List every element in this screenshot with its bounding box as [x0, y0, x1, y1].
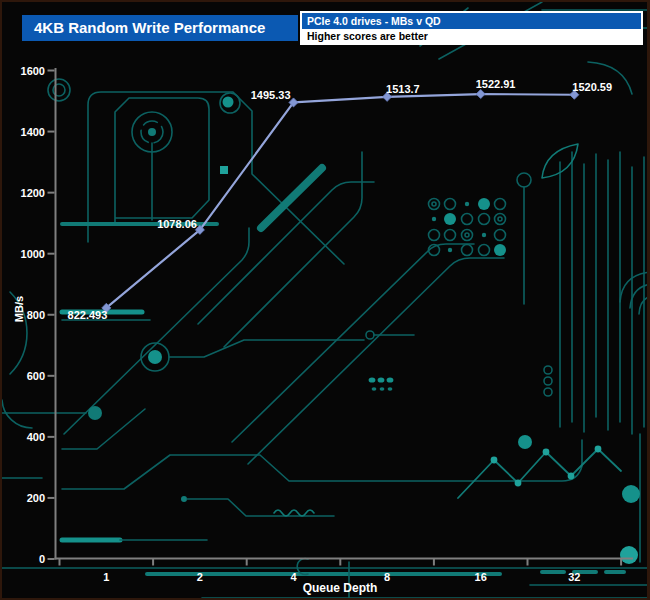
- series-line: [106, 94, 574, 308]
- data-point-label: 1522.91: [476, 78, 516, 90]
- x-tick-label: 16: [475, 571, 487, 583]
- y-tick-label: 200: [27, 492, 45, 504]
- data-point-label: 1495.33: [251, 89, 291, 101]
- data-point-label: 822.493: [68, 309, 108, 321]
- y-tick-label: 0: [39, 553, 45, 565]
- data-point-label: 1513.7: [386, 83, 420, 95]
- x-axis-title: Queue Depth: [303, 581, 378, 595]
- y-tick-label: 1000: [21, 248, 45, 260]
- y-tick-label: 1600: [21, 65, 45, 77]
- x-tick-label: 2: [197, 571, 203, 583]
- chart-info-box: PCIe 4.0 drives - MBs v QD Higher scores…: [300, 11, 643, 45]
- y-axis-title: MB/s: [13, 296, 25, 322]
- y-tick-label: 1200: [21, 187, 45, 199]
- x-tick-label: 1: [103, 571, 109, 583]
- chart-title: 4KB Random Write Performance: [34, 19, 265, 36]
- data-point-label: 1520.59: [572, 81, 612, 93]
- chart-panel: 0200400600800100012001400160012481632Que…: [0, 0, 650, 600]
- x-tick-label: 32: [568, 571, 580, 583]
- performance-line-chart: 0200400600800100012001400160012481632Que…: [2, 2, 650, 600]
- y-tick-label: 1400: [21, 126, 45, 138]
- data-point-label: 1078.06: [157, 218, 197, 230]
- y-tick-label: 600: [27, 370, 45, 382]
- x-tick-label: 4: [290, 571, 297, 583]
- chart-title-bar: 4KB Random Write Performance: [22, 15, 298, 41]
- y-tick-label: 800: [27, 309, 45, 321]
- x-tick-label: 8: [384, 571, 390, 583]
- y-tick-label: 400: [27, 431, 45, 443]
- info-primary: PCIe 4.0 drives - MBs v QD: [302, 13, 641, 29]
- info-secondary: Higher scores are better: [302, 29, 641, 43]
- data-point-marker: [476, 90, 485, 99]
